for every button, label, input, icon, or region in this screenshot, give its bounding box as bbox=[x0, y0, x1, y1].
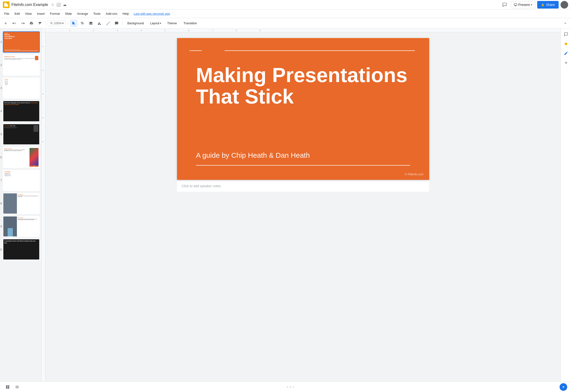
last-edit-indicator[interactable]: Last edit was seconds ago bbox=[134, 12, 170, 15]
slide-thumb-wrapper-4: 4 How many languages do you need to know… bbox=[3, 101, 39, 122]
slide-thumbnail-4[interactable]: How many languages do you need to know t… bbox=[3, 101, 40, 122]
thumb-1-sub: A guide by Chip Heath & Dan Heath bbox=[4, 49, 38, 50]
slide-number-8: 8 bbox=[0, 202, 2, 205]
svg-text:1: 1 bbox=[69, 29, 71, 32]
right-panel-highlight-btn[interactable] bbox=[562, 40, 570, 48]
slide-number-3: 3 bbox=[0, 87, 2, 89]
menu-slide[interactable]: Slide bbox=[63, 11, 74, 16]
layout-button[interactable]: Layout ▾ bbox=[148, 20, 163, 26]
comment-tool[interactable] bbox=[113, 19, 120, 27]
slide-thumb-wrapper-7: 7 2. Examples • Example item one • Examp… bbox=[3, 170, 39, 191]
cursor-tool[interactable] bbox=[70, 19, 78, 27]
list-view-btn[interactable] bbox=[13, 383, 21, 391]
main-slide[interactable]: Making Presentations That Stick A guide … bbox=[177, 38, 429, 180]
present-button[interactable]: Present ▾ bbox=[511, 1, 535, 8]
svg-text:5: 5 bbox=[164, 29, 166, 32]
svg-text:9: 9 bbox=[259, 29, 261, 32]
menu-insert[interactable]: Insert bbox=[34, 11, 47, 16]
menu-format[interactable]: Format bbox=[48, 11, 62, 16]
menu-edit[interactable]: Edit bbox=[12, 11, 22, 16]
menu-help[interactable]: Help bbox=[120, 11, 131, 16]
slide-thumb-wrapper-9: 9 Meet Marcus The world opened a restaur… bbox=[3, 216, 39, 237]
print-button[interactable] bbox=[28, 19, 35, 27]
user-avatar[interactable] bbox=[560, 1, 568, 9]
slide-thumbnail-8[interactable]: Meet Alberto Text about Alberto's story … bbox=[3, 193, 40, 214]
slide-number-5: 5 bbox=[0, 133, 2, 136]
textbox-tool[interactable] bbox=[79, 19, 86, 27]
transition-button[interactable]: Transition bbox=[181, 20, 200, 26]
title-bar: FileInfo.com Example ☆ ⬜ ☁ Present ▾ 🔒 S… bbox=[0, 0, 571, 10]
svg-text:8: 8 bbox=[236, 29, 237, 32]
shape-tool[interactable] bbox=[96, 19, 103, 27]
folder-icon[interactable]: ⬜ bbox=[56, 2, 61, 7]
slide-thumb-wrapper-1: 1 MakingPresentationsThat Stick A guide … bbox=[3, 31, 39, 53]
svg-text:2: 2 bbox=[93, 29, 94, 32]
slide-thumbnail-1[interactable]: MakingPresentationsThat Stick A guide by… bbox=[3, 31, 40, 53]
svg-text:1: 1 bbox=[42, 46, 44, 47]
slide-thumbnail-10[interactable]: A translation barrier left Alberto feeli… bbox=[3, 239, 40, 260]
svg-text:3: 3 bbox=[42, 94, 44, 95]
line-tool[interactable] bbox=[104, 19, 112, 27]
slide-thumbnail-3[interactable]: 1. Intro • Item one • Item two • Item th… bbox=[3, 78, 40, 99]
slide-number-1: 1 bbox=[0, 41, 2, 43]
slide-copyright: © FileInfo.com bbox=[405, 173, 424, 176]
slide-main-title: Making Presentations That Stick bbox=[196, 64, 410, 107]
speaker-notes-placeholder: Click to add speaker notes bbox=[182, 184, 221, 188]
svg-text:7: 7 bbox=[212, 29, 213, 32]
add-button[interactable] bbox=[2, 19, 10, 27]
slide-content: Making Presentations That Stick A guide … bbox=[177, 38, 429, 180]
theme-button[interactable]: Theme bbox=[164, 20, 180, 26]
main-toolbar: 100% ▾ Background Layout ▾ Theme Transit… bbox=[0, 18, 571, 28]
menu-view[interactable]: View bbox=[23, 11, 34, 16]
paint-format-button[interactable] bbox=[36, 19, 44, 27]
slide-thumbnail-2[interactable]: Selling your idea With the help of the b… bbox=[3, 55, 40, 76]
svg-text:3: 3 bbox=[117, 29, 118, 32]
slide-navigation-dots bbox=[287, 386, 294, 388]
app-icon bbox=[3, 1, 10, 8]
undo-button[interactable] bbox=[11, 19, 18, 27]
slide-thumbnail-5[interactable]: Just one! Your own. Write a little help … bbox=[3, 124, 40, 145]
slide-number-4: 4 bbox=[0, 110, 2, 112]
right-panel-comment-btn[interactable] bbox=[562, 30, 570, 38]
slide-thumbnail-7[interactable]: 2. Examples • Example item one • Example… bbox=[3, 170, 40, 191]
title-action-icons: ☆ ⬜ ☁ bbox=[51, 2, 67, 7]
slide-thumb-wrapper-2: 2 Selling your idea With the help of the… bbox=[3, 55, 39, 76]
image-tool[interactable] bbox=[87, 19, 95, 27]
menu-file[interactable]: File bbox=[2, 11, 12, 16]
add-slide-fab[interactable]: + bbox=[560, 383, 567, 391]
slide-bottom-line bbox=[196, 165, 410, 166]
menu-arrange[interactable]: Arrange bbox=[75, 11, 90, 16]
svg-text:4: 4 bbox=[141, 29, 142, 32]
zoom-control[interactable]: 100% ▾ bbox=[48, 20, 66, 26]
nav-dot-1 bbox=[287, 386, 288, 388]
grid-view-btn[interactable] bbox=[4, 383, 11, 391]
thumb-6-image bbox=[29, 148, 39, 167]
menu-bar: File Edit View Insert Format Slide Arran… bbox=[0, 10, 571, 18]
slide-thumb-wrapper-8: 8 Meet Alberto Text about Alberto's stor… bbox=[3, 193, 39, 214]
slide-thumbnail-6[interactable]: Google Translate The Google Translate ap… bbox=[3, 147, 40, 168]
thumb-content-5: Just one! Your own. Write a little help … bbox=[3, 124, 39, 144]
zoom-dropdown-arrow[interactable]: ▾ bbox=[62, 21, 64, 25]
right-panel-pencil-btn[interactable] bbox=[562, 49, 570, 57]
share-button[interactable]: 🔒 Share bbox=[537, 1, 559, 9]
collapse-toolbar-button[interactable] bbox=[561, 19, 569, 27]
background-button[interactable]: Background bbox=[124, 20, 146, 26]
comment-button[interactable] bbox=[500, 0, 509, 9]
slide-thumbnail-9[interactable]: Meet Marcus The world opened a restauran… bbox=[3, 216, 40, 237]
svg-text:2: 2 bbox=[42, 70, 44, 71]
toolbar-separator-3 bbox=[122, 21, 123, 26]
present-dropdown-arrow[interactable]: ▾ bbox=[531, 3, 532, 6]
right-panel bbox=[560, 28, 571, 381]
star-icon[interactable]: ☆ bbox=[51, 2, 54, 7]
canvas-scroll-area[interactable]: Making Presentations That Stick A guide … bbox=[45, 32, 560, 381]
speaker-notes-area[interactable]: Click to add speaker notes bbox=[177, 180, 429, 192]
zoom-level: 100% bbox=[54, 21, 62, 25]
menu-addons[interactable]: Add-ons bbox=[103, 11, 120, 16]
cloud-icon[interactable]: ☁ bbox=[63, 2, 67, 7]
toolbar-separator-1 bbox=[46, 21, 46, 26]
ruler-vertical: 1 2 3 4 5 bbox=[42, 32, 45, 381]
redo-button[interactable] bbox=[19, 19, 27, 27]
right-panel-add-btn[interactable] bbox=[562, 59, 570, 67]
slide-number-2: 2 bbox=[0, 64, 2, 66]
menu-tools[interactable]: Tools bbox=[91, 11, 103, 16]
